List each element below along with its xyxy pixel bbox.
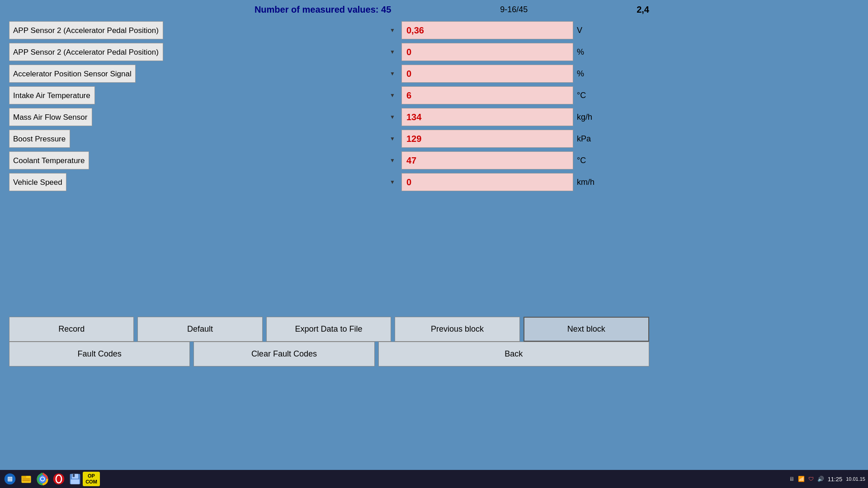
value-display: 2,4 bbox=[637, 5, 649, 15]
sensor-select-7[interactable]: Coolant Temperature bbox=[9, 151, 89, 169]
sensor-select-wrapper-2: APP Sensor 2 (Accelerator Pedal Position… bbox=[9, 43, 398, 61]
sensor-value-2: 0 bbox=[401, 43, 573, 61]
sensor-row-6: Boost Pressure129kPa bbox=[9, 130, 649, 148]
sensor-select-4[interactable]: Intake Air Temperature bbox=[9, 86, 95, 104]
sensor-value-6: 129 bbox=[401, 130, 573, 148]
sensor-select-5[interactable]: Mass Air Flow Sensor bbox=[9, 108, 92, 126]
sensor-row-1: APP Sensor 2 (Accelerator Pedal Position… bbox=[9, 21, 649, 39]
next-block-button[interactable]: Next block bbox=[524, 317, 649, 342]
sensor-select-6[interactable]: Boost Pressure bbox=[9, 130, 70, 148]
sensor-value-3: 0 bbox=[401, 65, 573, 83]
sensor-select-3[interactable]: Accelerator Position Sensor Signal bbox=[9, 65, 136, 83]
sensor-value-5: 134 bbox=[401, 108, 573, 126]
sensor-value-4: 6 bbox=[401, 86, 573, 104]
sensor-unit-1: V bbox=[577, 26, 604, 35]
sensor-select-wrapper-7: Coolant Temperature bbox=[9, 151, 398, 169]
header-bar: Number of measured values: 45 9-16/45 2,… bbox=[0, 2, 658, 18]
sensor-unit-6: kPa bbox=[577, 134, 604, 144]
sensor-row-3: Accelerator Position Sensor Signal0% bbox=[9, 65, 649, 83]
main-content: Number of measured values: 45 9-16/45 2,… bbox=[0, 0, 658, 191]
sensor-row-2: APP Sensor 2 (Accelerator Pedal Position… bbox=[9, 43, 649, 61]
sensor-unit-7: °C bbox=[577, 156, 604, 165]
export-button[interactable]: Export Data to File bbox=[266, 317, 391, 342]
sensor-select-wrapper-3: Accelerator Position Sensor Signal bbox=[9, 65, 398, 83]
sensor-select-1[interactable]: APP Sensor 2 (Accelerator Pedal Position… bbox=[9, 21, 163, 39]
sensor-select-wrapper-8: Vehicle Speed bbox=[9, 173, 398, 191]
sensor-select-wrapper-6: Boost Pressure bbox=[9, 130, 398, 148]
back-button[interactable]: Back bbox=[378, 342, 649, 366]
bottom-buttons-row2: Fault Codes Clear Fault Codes Back bbox=[9, 342, 649, 366]
sensor-unit-3: % bbox=[577, 69, 604, 79]
record-button[interactable]: Record bbox=[9, 317, 134, 342]
sensor-select-wrapper-5: Mass Air Flow Sensor bbox=[9, 108, 398, 126]
sensor-unit-4: °C bbox=[577, 91, 604, 100]
default-button[interactable]: Default bbox=[137, 317, 262, 342]
sensor-unit-2: % bbox=[577, 47, 604, 57]
clear-fault-codes-button[interactable]: Clear Fault Codes bbox=[193, 342, 374, 366]
sensor-unit-8: km/h bbox=[577, 178, 604, 187]
sensor-row-7: Coolant Temperature47°C bbox=[9, 151, 649, 169]
sensor-value-1: 0,36 bbox=[401, 21, 573, 39]
sensor-row-4: Intake Air Temperature6°C bbox=[9, 86, 649, 104]
sensor-select-wrapper-4: Intake Air Temperature bbox=[9, 86, 398, 104]
fault-codes-button[interactable]: Fault Codes bbox=[9, 342, 190, 366]
bottom-buttons-row1: Record Default Export Data to File Previ… bbox=[9, 317, 649, 342]
measured-values-label: Number of measured values: 45 bbox=[255, 5, 391, 15]
sensor-rows: APP Sensor 2 (Accelerator Pedal Position… bbox=[0, 21, 658, 191]
sensor-value-7: 47 bbox=[401, 151, 573, 169]
previous-block-button[interactable]: Previous block bbox=[395, 317, 519, 342]
sensor-select-wrapper-1: APP Sensor 2 (Accelerator Pedal Position… bbox=[9, 21, 398, 39]
sensor-row-8: Vehicle Speed0km/h bbox=[9, 173, 649, 191]
sensor-value-8: 0 bbox=[401, 173, 573, 191]
sensor-unit-5: kg/h bbox=[577, 113, 604, 122]
sensor-select-2[interactable]: APP Sensor 2 (Accelerator Pedal Position… bbox=[9, 43, 163, 61]
sensor-select-8[interactable]: Vehicle Speed bbox=[9, 173, 66, 191]
position-indicator: 9-16/45 bbox=[500, 5, 528, 14]
sensor-row-5: Mass Air Flow Sensor134kg/h bbox=[9, 108, 649, 126]
